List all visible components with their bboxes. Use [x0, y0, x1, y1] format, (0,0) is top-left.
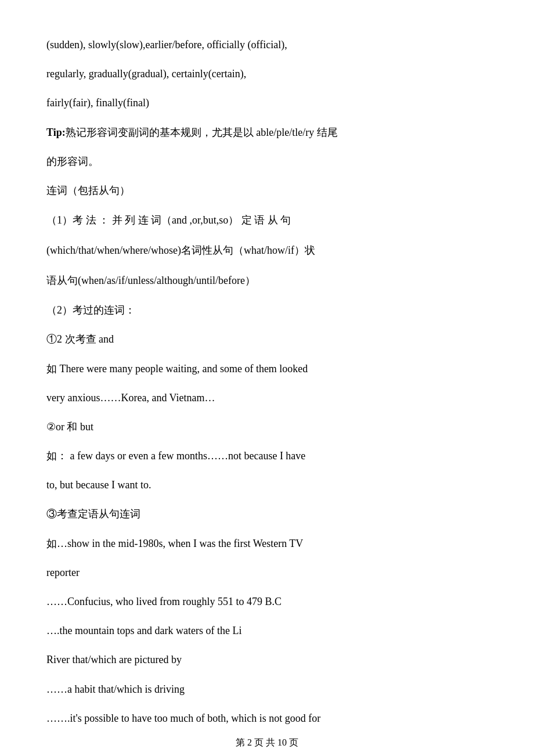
exam1-example2: very anxious……Korea, and Vietnam… [46, 392, 215, 404]
exam3-example1b: reporter [46, 567, 80, 578]
exam1-prefix: 如 [46, 363, 57, 375]
exam3-example2: ……Confucius, who lived from roughly 551 … [46, 596, 282, 607]
exam3-example4: ……a habit that/which is driving [46, 683, 185, 695]
exam1-example2-block: very anxious……Korea, and Vietnam… [46, 388, 488, 408]
exam3-text: 考查定语从句连词 [57, 508, 140, 520]
point1-noun-en: （what/how/if） [233, 244, 305, 256]
exam3-example1-block: 如…show in the mid-1980s, when I was the … [46, 534, 488, 553]
tip-block: Tip:熟记形容词变副词的基本规则，尤其是以 able/ple/tle/ry 结… [46, 123, 488, 142]
point2-block: （2）考过的连词： [46, 300, 488, 320]
point1-block: （1）考 法 ： 并 列 连 词（and ,or,but,so） 定 语 从 句 [46, 210, 488, 231]
exam2-text: or 和 but [56, 421, 93, 433]
exam3-example3a: ….the mountain tops and dark waters of t… [46, 625, 241, 636]
exam3-block: ③考查定语从句连词 [46, 504, 488, 524]
exam3-example5: …….it's possible to have too much of bot… [46, 712, 320, 724]
exam1-block: ①2 次考查 and [46, 329, 488, 349]
point1-adv2: 语从句 [46, 275, 78, 286]
exam3-prefix: 如 [46, 538, 57, 549]
page-container: (sudden), slowly(slow),earlier/before, o… [0, 0, 534, 756]
exam2-example-block: 如： a few days or even a few months……not … [46, 446, 488, 466]
adverb-text-3: fairly(fair), finally(final) [46, 97, 149, 109]
exam3-example3a-block: ….the mountain tops and dark waters of t… [46, 621, 488, 640]
exam3-example1b-block: reporter [46, 563, 488, 582]
point1-label: （1） [46, 214, 73, 226]
exam2-example2: to, but because I want to. [46, 479, 151, 491]
exam1-example-block: 如 There were many people waiting, and so… [46, 359, 488, 379]
exam3-example1: …show in the mid-1980s, when I was the f… [57, 538, 303, 549]
section-conjunctions: 连词（包括从句） [46, 181, 488, 200]
exam1-example: There were many people waiting, and some… [57, 363, 308, 375]
conjunctions-title: 连词（包括从句） [46, 185, 130, 196]
adverb-line-1: (sudden), slowly(slow),earlier/before, o… [46, 35, 488, 55]
adverb-text-2: regularly, gradually(gradual), certainly… [46, 68, 246, 80]
point1-adv-en: (when/as/if/unless/although/until/before… [78, 275, 255, 286]
tip-text-2: 的形容词。 [46, 156, 99, 167]
exam1-num: ① [46, 333, 57, 345]
exam3-example4-block: ……a habit that/which is driving [46, 679, 488, 699]
exam2-prefix: 如： [46, 450, 67, 462]
exam1-text: 2 次考查 and [57, 333, 114, 345]
exam3-example3b: River that/which are pictured by [46, 654, 182, 665]
point1-block-2: (which/that/when/where/whose)名词性从句（what/… [46, 240, 488, 261]
point1-adv: 状 [305, 244, 315, 256]
exam2-num: ② [46, 421, 56, 433]
point1-attr: 定 语 从 句 [239, 214, 291, 226]
exam2-example: a few days or even a few months……not bec… [67, 450, 305, 462]
page-footer: 第 2 页 共 10 页 [0, 737, 534, 749]
point2-label: （2）考过的连词： [46, 304, 135, 316]
content-area: (sudden), slowly(slow),earlier/before, o… [46, 35, 488, 728]
point1-attr-en: (which/that/when/where/whose) [46, 244, 181, 256]
point1-block-3: 语从句(when/as/if/unless/although/until/bef… [46, 270, 488, 291]
exam3-example3b-block: River that/which are pictured by [46, 650, 488, 669]
tip-label: Tip: [46, 127, 66, 138]
adverb-line-2: regularly, gradually(gradual), certainly… [46, 64, 488, 84]
point1-noun: 名词性从句 [181, 244, 233, 256]
exam3-num: ③ [46, 508, 57, 520]
exam2-example2-block: to, but because I want to. [46, 475, 488, 495]
point1-parallel: 并 列 连 词 [109, 214, 161, 226]
adverb-text-1: (sudden), slowly(slow),earlier/before, o… [46, 39, 287, 51]
adverb-line-3: fairly(fair), finally(final) [46, 93, 488, 113]
exam3-example2-block: ……Confucius, who lived from roughly 551 … [46, 592, 488, 611]
tip-text: 熟记形容词变副词的基本规则，尤其是以 able/ple/tle/ry 结尾 [66, 127, 338, 138]
point1-parallel-en: （and ,or,but,so） [161, 214, 239, 226]
point1-method: 考 法 ： [73, 214, 109, 226]
exam3-example5-block: …….it's possible to have too much of bot… [46, 708, 488, 728]
exam2-block: ②or 和 but [46, 417, 488, 437]
footer-text: 第 2 页 共 10 页 [236, 737, 298, 747]
tip-block-2: 的形容词。 [46, 152, 488, 171]
